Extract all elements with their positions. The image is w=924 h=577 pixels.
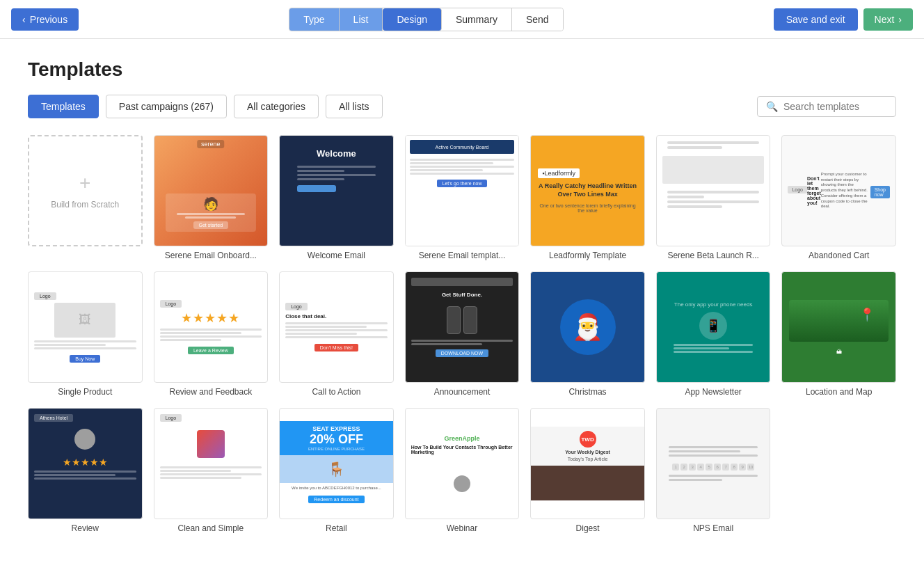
tab-summary[interactable]: Summary — [442, 8, 512, 31]
previous-button[interactable]: ‹ Previous — [11, 8, 79, 31]
template-thumb-welcome-email: Welcome — [279, 135, 394, 246]
template-line — [669, 475, 758, 477]
template-line — [160, 477, 241, 479]
template-line — [160, 332, 241, 334]
template-logo: TWD — [580, 431, 596, 448]
template-map: 📍 — [789, 300, 889, 342]
template-avatar — [74, 429, 95, 450]
nps-num: 4 — [697, 464, 704, 471]
template-card-clean-simple[interactable]: Logo Clean and Simple — [154, 408, 269, 533]
template-sub: 🏔 — [836, 349, 842, 355]
template-label-clean-simple: Clean and Simple — [154, 523, 269, 533]
search-input[interactable] — [783, 101, 887, 112]
template-body: We invite you to ABCDEFGH0012 to purchas… — [280, 483, 393, 493]
template-card-welcome-email[interactable]: Welcome Welcome Email — [279, 135, 394, 260]
tab-templates[interactable]: Templates — [28, 95, 99, 118]
tab-type[interactable]: Type — [289, 8, 339, 31]
tab-send[interactable]: Send — [512, 8, 563, 31]
nps-num: 5 — [706, 464, 712, 471]
search-box[interactable]: 🔍 — [757, 96, 896, 117]
template-label-leadformly: Leadformly Template — [530, 251, 645, 260]
nps-num: 3 — [689, 464, 696, 471]
template-card-announcement[interactable]: Get Stuff Done. DOWNLOAD NOW Announcemen… — [405, 271, 520, 397]
template-card-nps-email[interactable]: 1 2 3 4 5 6 7 8 9 10 NPS Email — [656, 408, 771, 533]
template-line — [410, 169, 483, 171]
template-card-location-map[interactable]: 📍 🏔 Location and Map — [781, 271, 896, 397]
main-content: Templates Templates Past campaigns (267)… — [0, 39, 924, 553]
template-line — [160, 470, 232, 472]
template-phone — [447, 306, 461, 334]
tab-design[interactable]: Design — [383, 8, 442, 31]
header-left: ‹ Previous — [11, 8, 79, 31]
template-title: Get Stuff Done. — [442, 292, 482, 298]
tab-past-campaigns[interactable]: Past campaigns (267) — [106, 95, 227, 118]
template-thumb-call-to-action: Logo Close that deal. Don't Miss this! — [279, 271, 394, 383]
template-label-christmas: Christmas — [530, 387, 645, 397]
template-line — [411, 343, 483, 345]
template-line — [285, 329, 388, 331]
template-card-retail[interactable]: SEAT EXPRESS 20% OFF ENTIRE ONLINE PURCH… — [279, 408, 394, 533]
template-card-abandoned-cart[interactable]: Logo Don't let them forget about you! Pr… — [781, 135, 896, 260]
next-button[interactable]: Next › — [863, 8, 913, 31]
template-card-scratch[interactable]: + Build from Scratch — [28, 135, 143, 260]
template-lines — [667, 191, 759, 208]
template-lines — [674, 344, 753, 353]
template-card-serene-onboard[interactable]: 🧑 Get started Serene Email Onboard... — [154, 135, 269, 260]
template-card-leadformly[interactable]: ▪Leadformly A Really Catchy Headline Wri… — [530, 135, 645, 260]
scratch-label: Build from Scratch — [45, 200, 125, 210]
template-line — [667, 200, 759, 203]
template-line — [285, 326, 367, 328]
template-button: Buy Now — [70, 355, 100, 363]
template-label-welcome-email: Welcome Email — [279, 251, 394, 260]
step-tabs: Type List Design Summary Send — [289, 8, 563, 31]
template-thumb-scratch: + Build from Scratch — [28, 135, 143, 246]
template-lines-2 — [669, 475, 758, 481]
nps-num: 8 — [731, 464, 738, 471]
template-lines — [160, 466, 262, 479]
template-card-serene-beta[interactable]: Serene Beta Launch R... — [656, 135, 771, 260]
template-santa: 🎅 — [560, 299, 616, 355]
template-card-christmas[interactable]: 🎅 Christmas — [530, 271, 645, 397]
template-line — [160, 335, 262, 338]
template-thumb-christmas: 🎅 — [530, 271, 645, 383]
template-card-serene-template[interactable]: Active Community Board Let's go there no… — [405, 135, 520, 260]
template-line — [410, 166, 515, 168]
save-exit-button[interactable]: Save and exit — [774, 8, 858, 31]
template-card-app-newsletter[interactable]: The only app your phone needs 📱 App News… — [656, 271, 771, 397]
template-line — [411, 340, 513, 342]
template-button: Don't Miss this! — [314, 344, 358, 351]
template-stars: ★★★★★ — [181, 310, 240, 326]
template-line — [297, 174, 376, 176]
template-line — [669, 446, 758, 448]
tab-all-categories[interactable]: All categories — [234, 95, 319, 118]
template-line — [34, 477, 136, 480]
nps-num: 7 — [722, 464, 729, 471]
template-title: How To Build Your Contacts Through Bette… — [411, 445, 513, 455]
nps-num: 2 — [680, 464, 687, 471]
template-line — [410, 173, 515, 175]
template-sub: One or two sentence lorem briefly explai… — [538, 203, 637, 213]
template-card-review[interactable]: Athens Hotel ★★★★★ Review — [28, 408, 143, 533]
template-label-call-to-action: Call to Action — [279, 387, 394, 397]
template-button — [297, 185, 337, 192]
template-card-review-feedback[interactable]: Logo ★★★★★ Leave a Review Review and Fee… — [154, 271, 269, 397]
template-label-single-product: Single Product — [28, 387, 143, 397]
template-image — [531, 466, 644, 500]
template-card-single-product[interactable]: Logo 🖼 Buy Now Single Product — [28, 271, 143, 397]
template-thumb-location-map: 📍 🏔 — [781, 271, 896, 383]
tab-list[interactable]: List — [340, 8, 383, 31]
template-label-abandoned-cart: Abandoned Cart — [781, 251, 896, 260]
template-line — [669, 450, 740, 452]
template-card-call-to-action[interactable]: Logo Close that deal. Don't Miss this! C… — [279, 271, 394, 397]
template-button: Let's go there now — [437, 180, 488, 187]
template-header — [411, 278, 513, 286]
template-phones — [447, 306, 477, 334]
template-lines — [667, 141, 759, 149]
template-card-webinar[interactable]: GreenApple How To Build Your Contacts Th… — [405, 408, 520, 533]
tab-all-lists[interactable]: All lists — [326, 95, 383, 118]
template-numbers: 1 2 3 4 5 6 7 8 9 10 — [672, 464, 754, 471]
template-card-digest[interactable]: TWD Your Weekly Digest Today's Top Artic… — [530, 408, 645, 533]
template-line — [285, 336, 388, 338]
template-image — [662, 156, 765, 184]
template-label-serene-template: Serene Email templat... — [405, 251, 520, 260]
